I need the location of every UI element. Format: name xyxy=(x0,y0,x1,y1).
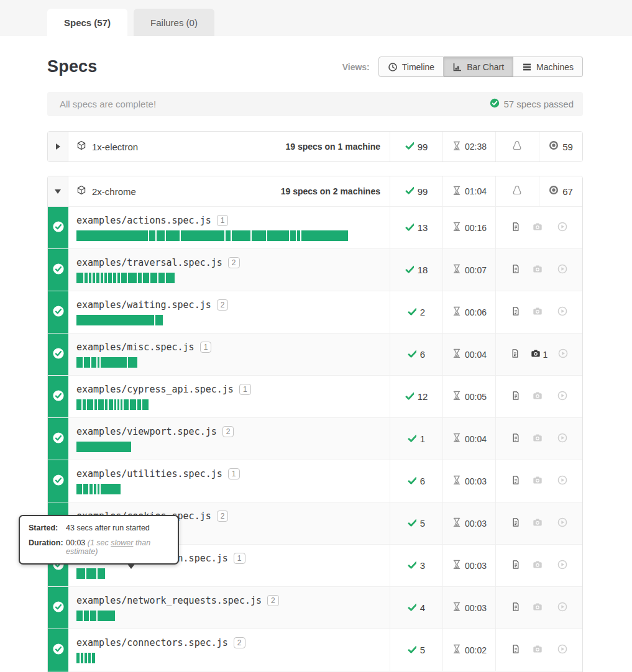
spec-list: examples/actions.spec.js 1 13 00:16 xyxy=(48,206,582,672)
hourglass-icon xyxy=(452,141,461,153)
spec-name[interactable]: examples/connectors.spec.js xyxy=(76,637,228,648)
check-circle-icon xyxy=(52,305,65,320)
screenshots-button[interactable] xyxy=(533,306,545,319)
play-icon[interactable] xyxy=(557,475,567,488)
duration-bar[interactable] xyxy=(76,484,390,494)
screenshots-button[interactable] xyxy=(533,602,545,614)
stdout-icon[interactable] xyxy=(511,644,521,656)
stdout-icon[interactable] xyxy=(511,433,521,445)
spec-name[interactable]: examples/actions.spec.js xyxy=(76,215,211,226)
checks-count: 3 xyxy=(420,560,425,571)
spec-row[interactable]: examples/cypress_api.spec.js 1 12 00:05 xyxy=(48,375,582,417)
screenshots-button[interactable] xyxy=(533,517,545,530)
screenshots-button[interactable]: 1 xyxy=(531,348,548,361)
screenshot-count: 1 xyxy=(543,350,548,360)
screenshots-button[interactable] xyxy=(533,560,545,572)
passed-strip xyxy=(48,587,68,629)
screenshots-button[interactable] xyxy=(533,222,545,234)
check-circle-icon xyxy=(490,98,500,110)
stdout-icon[interactable] xyxy=(511,475,521,488)
browser-version: 59 xyxy=(562,142,573,152)
stdout-icon[interactable] xyxy=(510,348,520,361)
estimate-link[interactable]: slower xyxy=(111,538,133,547)
group-card-electron: 1x-electron 19 specs on 1 machine 99 02:… xyxy=(47,131,583,162)
passed-strip xyxy=(48,418,68,460)
stdout-icon[interactable] xyxy=(511,517,521,530)
screenshots-button[interactable] xyxy=(533,644,545,656)
play-icon[interactable] xyxy=(558,348,568,361)
play-icon[interactable] xyxy=(557,222,567,234)
tooltip-arrow xyxy=(127,563,135,569)
spec-name[interactable]: examples/network_requests.spec.js xyxy=(76,595,262,606)
expand-toggle[interactable] xyxy=(48,176,68,206)
duration-value: 00:03 xyxy=(465,519,487,529)
stdout-icon[interactable] xyxy=(511,306,521,319)
duration-bar[interactable] xyxy=(76,653,390,663)
spec-row[interactable]: examples/misc.spec.js 1 6 00:04 1 xyxy=(48,333,582,375)
spec-name[interactable]: examples/viewport.spec.js xyxy=(76,426,217,437)
spec-row[interactable]: examples/waiting.spec.js 2 2 00:06 xyxy=(48,291,582,333)
screenshots-button[interactable] xyxy=(533,433,545,445)
duration-bar[interactable] xyxy=(76,399,390,410)
group-row[interactable]: 1x-electron 19 specs on 1 machine 99 02:… xyxy=(48,132,582,161)
duration-bar[interactable] xyxy=(76,568,390,579)
screenshots-button[interactable] xyxy=(533,475,545,488)
duration-bar[interactable] xyxy=(76,230,390,241)
banner-status: 57 specs passed xyxy=(490,98,574,110)
screenshots-button[interactable] xyxy=(533,264,545,276)
duration-bar[interactable] xyxy=(76,442,390,452)
play-icon[interactable] xyxy=(557,602,567,614)
play-icon[interactable] xyxy=(557,644,567,656)
check-circle-icon xyxy=(52,389,65,404)
tab-failures[interactable]: Failures (0) xyxy=(134,9,214,36)
checks-count: 5 xyxy=(420,518,425,529)
stdout-icon[interactable] xyxy=(511,264,521,276)
bar-chart-view-button[interactable]: Bar Chart xyxy=(444,57,513,77)
play-icon[interactable] xyxy=(557,306,567,319)
duration-value: 02:38 xyxy=(465,142,487,152)
views-label: Views: xyxy=(342,62,370,72)
spec-row[interactable]: examples/viewport.spec.js 2 1 00:04 xyxy=(48,417,582,460)
camera-icon xyxy=(533,644,543,656)
timeline-view-button[interactable]: Timeline xyxy=(378,57,444,77)
machine-badge: 1 xyxy=(234,553,245,564)
duration-value: 01:04 xyxy=(465,186,487,196)
spec-name[interactable]: examples/traversal.spec.js xyxy=(76,257,222,268)
duration-bar[interactable] xyxy=(76,273,390,283)
spec-name[interactable]: examples/waiting.spec.js xyxy=(76,299,211,311)
spec-row[interactable]: examples/network_requests.spec.js 2 4 00… xyxy=(48,586,582,629)
duration-value: 00:03 xyxy=(465,476,487,486)
play-icon[interactable] xyxy=(557,517,567,530)
duration-bar[interactable] xyxy=(76,611,390,621)
duration-bar[interactable] xyxy=(76,357,390,368)
play-icon[interactable] xyxy=(557,391,567,403)
duration-bar[interactable] xyxy=(76,315,390,325)
stdout-icon[interactable] xyxy=(511,560,521,572)
hourglass-icon xyxy=(452,433,461,445)
checks-count: 5 xyxy=(420,645,425,655)
cube-icon xyxy=(76,140,86,153)
spec-row[interactable]: examples/actions.spec.js 1 13 00:16 xyxy=(48,206,582,248)
play-icon[interactable] xyxy=(557,433,567,445)
machines-view-button[interactable]: Machines xyxy=(513,57,583,77)
check-icon xyxy=(405,265,414,276)
spec-row[interactable]: examples/connectors.spec.js 2 5 00:02 xyxy=(48,629,582,671)
play-icon[interactable] xyxy=(557,264,567,276)
check-icon xyxy=(405,391,414,402)
checks-count: 13 xyxy=(418,222,428,233)
screenshots-button[interactable] xyxy=(533,391,545,403)
spec-name[interactable]: examples/utilities.spec.js xyxy=(76,468,222,479)
group-row[interactable]: 2x-chrome 19 specs on 2 machines 99 01:0… xyxy=(48,176,582,206)
stdout-icon[interactable] xyxy=(511,222,521,234)
spec-name[interactable]: examples/cypress_api.spec.js xyxy=(76,384,234,395)
play-icon[interactable] xyxy=(557,560,567,572)
checks-count: 1 xyxy=(420,434,425,444)
tab-specs[interactable]: Specs (57) xyxy=(47,9,127,36)
expand-toggle[interactable] xyxy=(48,132,68,161)
chrome-icon xyxy=(549,185,559,198)
spec-row[interactable]: examples/traversal.spec.js 2 18 00:07 xyxy=(48,248,582,291)
stdout-icon[interactable] xyxy=(511,391,521,403)
spec-name[interactable]: examples/misc.spec.js xyxy=(76,342,195,353)
stdout-icon[interactable] xyxy=(511,602,521,614)
spec-row[interactable]: examples/utilities.spec.js 1 6 00:03 xyxy=(48,460,582,502)
